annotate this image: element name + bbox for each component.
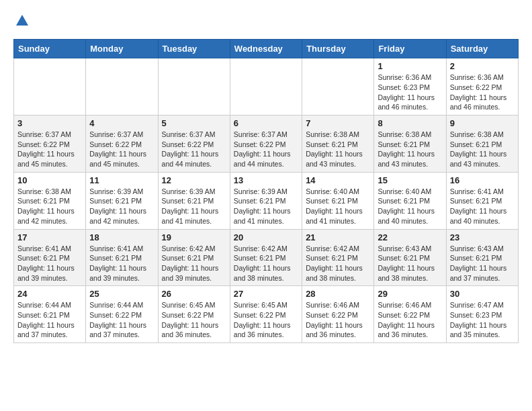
day-info: Sunrise: 6:38 AM Sunset: 6:21 PM Dayligh… xyxy=(17,187,82,226)
day-number: 18 xyxy=(89,232,154,242)
day-info: Sunrise: 6:36 AM Sunset: 6:22 PM Dayligh… xyxy=(450,73,515,112)
day-number: 3 xyxy=(17,118,82,128)
day-cell: 7Sunrise: 6:38 AM Sunset: 6:21 PM Daylig… xyxy=(302,116,374,173)
calendar: SundayMondayTuesdayWednesdayThursdayFrid… xyxy=(13,39,519,343)
day-cell: 30Sunrise: 6:47 AM Sunset: 6:23 PM Dayli… xyxy=(446,286,518,343)
day-info: Sunrise: 6:41 AM Sunset: 6:21 PM Dayligh… xyxy=(89,244,154,283)
page: SundayMondayTuesdayWednesdayThursdayFrid… xyxy=(0,0,532,357)
day-cell xyxy=(230,58,302,116)
day-cell: 19Sunrise: 6:42 AM Sunset: 6:21 PM Dayli… xyxy=(158,229,230,286)
day-cell: 2Sunrise: 6:36 AM Sunset: 6:22 PM Daylig… xyxy=(446,58,518,116)
day-number: 16 xyxy=(450,175,515,185)
day-cell xyxy=(302,58,374,116)
day-info: Sunrise: 6:44 AM Sunset: 6:22 PM Dayligh… xyxy=(89,300,154,340)
day-cell: 13Sunrise: 6:39 AM Sunset: 6:21 PM Dayli… xyxy=(230,172,302,229)
day-cell: 23Sunrise: 6:43 AM Sunset: 6:21 PM Dayli… xyxy=(446,229,518,286)
day-cell: 17Sunrise: 6:41 AM Sunset: 6:21 PM Dayli… xyxy=(14,229,86,286)
day-info: Sunrise: 6:42 AM Sunset: 6:21 PM Dayligh… xyxy=(306,244,370,283)
svg-marker-0 xyxy=(16,15,28,26)
day-info: Sunrise: 6:39 AM Sunset: 6:21 PM Dayligh… xyxy=(234,187,298,226)
day-info: Sunrise: 6:45 AM Sunset: 6:22 PM Dayligh… xyxy=(162,300,226,340)
day-cell: 11Sunrise: 6:39 AM Sunset: 6:21 PM Dayli… xyxy=(86,172,158,229)
day-cell: 27Sunrise: 6:45 AM Sunset: 6:22 PM Dayli… xyxy=(230,286,302,343)
day-info: Sunrise: 6:38 AM Sunset: 6:21 PM Dayligh… xyxy=(378,130,442,169)
day-info: Sunrise: 6:37 AM Sunset: 6:22 PM Dayligh… xyxy=(89,130,154,169)
day-info: Sunrise: 6:37 AM Sunset: 6:22 PM Dayligh… xyxy=(17,130,82,169)
day-cell: 26Sunrise: 6:45 AM Sunset: 6:22 PM Dayli… xyxy=(158,286,230,343)
day-info: Sunrise: 6:39 AM Sunset: 6:21 PM Dayligh… xyxy=(89,187,154,226)
day-number: 27 xyxy=(234,289,298,299)
day-number: 6 xyxy=(234,118,298,128)
day-number: 30 xyxy=(450,289,515,299)
day-info: Sunrise: 6:37 AM Sunset: 6:22 PM Dayligh… xyxy=(234,130,298,169)
day-info: Sunrise: 6:41 AM Sunset: 6:21 PM Dayligh… xyxy=(450,187,515,226)
day-number: 20 xyxy=(234,232,298,242)
day-cell: 15Sunrise: 6:40 AM Sunset: 6:21 PM Dayli… xyxy=(374,172,446,229)
day-cell: 6Sunrise: 6:37 AM Sunset: 6:22 PM Daylig… xyxy=(230,116,302,173)
header xyxy=(13,13,519,28)
day-cell: 5Sunrise: 6:37 AM Sunset: 6:22 PM Daylig… xyxy=(158,116,230,173)
day-info: Sunrise: 6:46 AM Sunset: 6:22 PM Dayligh… xyxy=(378,300,442,340)
weekday-header-row: SundayMondayTuesdayWednesdayThursdayFrid… xyxy=(14,40,519,58)
day-cell: 4Sunrise: 6:37 AM Sunset: 6:22 PM Daylig… xyxy=(86,116,158,173)
day-info: Sunrise: 6:43 AM Sunset: 6:21 PM Dayligh… xyxy=(450,244,515,283)
day-number: 4 xyxy=(89,118,154,128)
day-number: 1 xyxy=(378,61,442,71)
week-row-1: 1Sunrise: 6:36 AM Sunset: 6:23 PM Daylig… xyxy=(14,58,519,116)
day-cell: 29Sunrise: 6:46 AM Sunset: 6:22 PM Dayli… xyxy=(374,286,446,343)
logo-icon xyxy=(15,13,30,28)
day-info: Sunrise: 6:39 AM Sunset: 6:21 PM Dayligh… xyxy=(162,187,226,226)
weekday-header-wednesday: Wednesday xyxy=(230,40,302,58)
day-cell: 28Sunrise: 6:46 AM Sunset: 6:22 PM Dayli… xyxy=(302,286,374,343)
day-number: 24 xyxy=(17,289,82,299)
day-cell: 1Sunrise: 6:36 AM Sunset: 6:23 PM Daylig… xyxy=(374,58,446,116)
day-number: 22 xyxy=(378,232,442,242)
weekday-header-saturday: Saturday xyxy=(446,40,518,58)
day-info: Sunrise: 6:40 AM Sunset: 6:21 PM Dayligh… xyxy=(378,187,442,226)
day-number: 2 xyxy=(450,61,515,71)
weekday-header-friday: Friday xyxy=(374,40,446,58)
day-number: 17 xyxy=(17,232,82,242)
day-number: 28 xyxy=(306,289,370,299)
day-cell: 21Sunrise: 6:42 AM Sunset: 6:21 PM Dayli… xyxy=(302,229,374,286)
day-info: Sunrise: 6:37 AM Sunset: 6:22 PM Dayligh… xyxy=(162,130,226,169)
logo xyxy=(13,13,30,28)
day-info: Sunrise: 6:44 AM Sunset: 6:21 PM Dayligh… xyxy=(17,300,82,340)
day-info: Sunrise: 6:42 AM Sunset: 6:21 PM Dayligh… xyxy=(234,244,298,283)
day-number: 26 xyxy=(162,289,226,299)
day-cell: 14Sunrise: 6:40 AM Sunset: 6:21 PM Dayli… xyxy=(302,172,374,229)
day-number: 29 xyxy=(378,289,442,299)
day-cell: 24Sunrise: 6:44 AM Sunset: 6:21 PM Dayli… xyxy=(14,286,86,343)
day-info: Sunrise: 6:40 AM Sunset: 6:21 PM Dayligh… xyxy=(306,187,370,226)
day-info: Sunrise: 6:46 AM Sunset: 6:22 PM Dayligh… xyxy=(306,300,370,340)
day-number: 11 xyxy=(89,175,154,185)
day-cell: 22Sunrise: 6:43 AM Sunset: 6:21 PM Dayli… xyxy=(374,229,446,286)
day-number: 21 xyxy=(306,232,370,242)
week-row-2: 3Sunrise: 6:37 AM Sunset: 6:22 PM Daylig… xyxy=(14,116,519,173)
weekday-header-thursday: Thursday xyxy=(302,40,374,58)
day-info: Sunrise: 6:41 AM Sunset: 6:21 PM Dayligh… xyxy=(17,244,82,283)
day-info: Sunrise: 6:45 AM Sunset: 6:22 PM Dayligh… xyxy=(234,300,298,340)
day-info: Sunrise: 6:43 AM Sunset: 6:21 PM Dayligh… xyxy=(378,244,442,283)
day-cell: 12Sunrise: 6:39 AM Sunset: 6:21 PM Dayli… xyxy=(158,172,230,229)
weekday-header-tuesday: Tuesday xyxy=(158,40,230,58)
weekday-header-monday: Monday xyxy=(86,40,158,58)
day-number: 9 xyxy=(450,118,515,128)
day-cell: 10Sunrise: 6:38 AM Sunset: 6:21 PM Dayli… xyxy=(14,172,86,229)
day-cell xyxy=(14,58,86,116)
day-cell: 8Sunrise: 6:38 AM Sunset: 6:21 PM Daylig… xyxy=(374,116,446,173)
day-number: 25 xyxy=(89,289,154,299)
day-number: 5 xyxy=(162,118,226,128)
day-cell: 18Sunrise: 6:41 AM Sunset: 6:21 PM Dayli… xyxy=(86,229,158,286)
week-row-5: 24Sunrise: 6:44 AM Sunset: 6:21 PM Dayli… xyxy=(14,286,519,343)
week-row-4: 17Sunrise: 6:41 AM Sunset: 6:21 PM Dayli… xyxy=(14,229,519,286)
day-cell: 20Sunrise: 6:42 AM Sunset: 6:21 PM Dayli… xyxy=(230,229,302,286)
day-number: 7 xyxy=(306,118,370,128)
day-info: Sunrise: 6:38 AM Sunset: 6:21 PM Dayligh… xyxy=(450,130,515,169)
day-number: 13 xyxy=(234,175,298,185)
day-cell: 16Sunrise: 6:41 AM Sunset: 6:21 PM Dayli… xyxy=(446,172,518,229)
day-cell xyxy=(86,58,158,116)
day-number: 19 xyxy=(162,232,226,242)
day-number: 8 xyxy=(378,118,442,128)
day-number: 23 xyxy=(450,232,515,242)
